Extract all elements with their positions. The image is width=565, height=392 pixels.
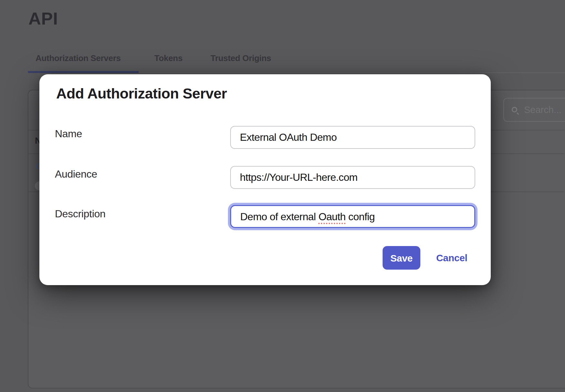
cancel-button[interactable]: Cancel (436, 246, 467, 270)
page-title: API (28, 8, 58, 28)
audience-field[interactable]: https://Your-URL-here.com (230, 166, 475, 189)
description-field-value: Demo of external Oauth config (240, 211, 375, 222)
tab-tokens[interactable]: Tokens (154, 53, 182, 63)
tab-authorization-servers[interactable]: Authorization Servers (36, 53, 121, 63)
search-icon (512, 107, 517, 112)
search-placeholder: Search... (524, 98, 561, 121)
name-label: Name (55, 128, 82, 139)
add-authorization-server-modal: Add Authorization Server Name External O… (39, 74, 491, 285)
save-button[interactable]: Save (383, 246, 420, 270)
search-input[interactable]: Search... (503, 98, 565, 122)
screen: API Authorization Servers Tokens Trusted… (0, 0, 565, 392)
tab-trusted-origins[interactable]: Trusted Origins (211, 53, 271, 63)
audience-field-value: https://Your-URL-here.com (240, 171, 357, 183)
modal-title: Add Authorization Server (56, 85, 227, 102)
name-field-value: External OAuth Demo (240, 131, 337, 143)
description-label: Description (55, 208, 106, 220)
misspelled-word: Oauth (318, 211, 345, 222)
audience-label: Audience (55, 168, 97, 180)
name-field[interactable]: External OAuth Demo (230, 126, 475, 149)
description-field[interactable]: Demo of external Oauth config (230, 205, 475, 228)
active-tab-underline (28, 71, 139, 73)
